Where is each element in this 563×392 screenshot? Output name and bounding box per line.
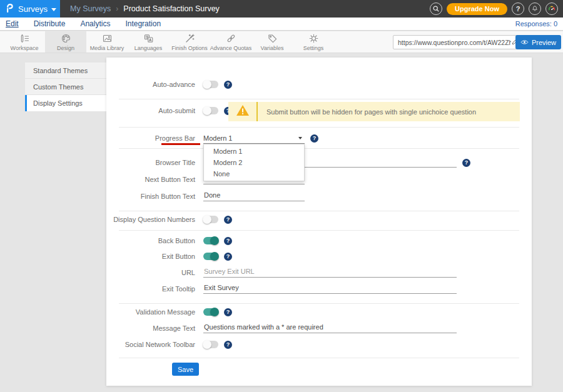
social-network-toolbar-help-icon[interactable]: ?: [224, 341, 232, 349]
finish-button-text-label: Finish Button Text: [106, 193, 195, 200]
tab-analytics[interactable]: Analytics: [80, 19, 110, 28]
exit-tooltip-row: Exit Tooltip: [106, 283, 532, 294]
validation-message-help-icon[interactable]: ?: [224, 308, 232, 316]
validation-message-row: Validation Message ?: [106, 306, 532, 318]
auto-advance-help-icon[interactable]: ?: [224, 81, 232, 89]
translate-icon: [143, 33, 154, 44]
tool-finish-options[interactable]: Finish Options: [169, 31, 210, 53]
notifications-button[interactable]: [529, 3, 541, 15]
palette-icon: [61, 33, 71, 44]
red-annotation-underline: [161, 143, 200, 145]
auto-advance-toggle[interactable]: [203, 81, 218, 88]
tool-advance-quotas[interactable]: Advance Quotas: [210, 31, 251, 53]
chevron-down-icon: [298, 137, 302, 139]
breadcrumb-separator-icon: ›: [116, 4, 118, 13]
search-icon: [432, 5, 440, 13]
preview-button[interactable]: Preview: [515, 35, 561, 49]
progress-bar-select[interactable]: Modern 1: [203, 133, 305, 144]
chevron-down-icon: [51, 8, 56, 11]
tool-languages[interactable]: Languages: [128, 31, 169, 53]
exit-tooltip-label: Exit Tooltip: [106, 285, 195, 293]
exit-button-toggle[interactable]: [203, 253, 218, 260]
sidebar-item-custom-themes[interactable]: Custom Themes: [25, 79, 106, 95]
dropdown-option-modern-1[interactable]: Modern 1: [204, 146, 304, 157]
gauge-avatar-icon: [547, 4, 556, 13]
message-text-input[interactable]: [203, 323, 457, 333]
social-network-toolbar-row: Social Network Toolbar ?: [106, 339, 532, 350]
message-text-row: Message Text: [106, 323, 532, 334]
tab-distribute[interactable]: Distribute: [34, 19, 66, 28]
tab-edit[interactable]: Edit: [6, 19, 19, 28]
upgrade-now-button[interactable]: Upgrade Now: [447, 3, 507, 15]
tag-icon: [267, 33, 278, 44]
auto-submit-label: Auto-submit: [106, 107, 195, 114]
save-button[interactable]: Save: [172, 363, 199, 376]
back-button-help-icon[interactable]: ?: [224, 237, 232, 245]
bell-icon: [531, 5, 539, 13]
exit-button-help-icon[interactable]: ?: [224, 253, 232, 261]
social-network-toolbar-toggle[interactable]: [203, 341, 218, 348]
divider: [119, 230, 519, 231]
survey-url-input[interactable]: [398, 39, 511, 46]
auto-advance-row: Auto-advance ?: [106, 79, 532, 90]
exit-tooltip-input[interactable]: [203, 284, 457, 294]
exit-button-row: Exit Button ?: [106, 251, 532, 262]
tool-design[interactable]: Design: [45, 31, 86, 53]
divider: [119, 148, 519, 149]
breadcrumb-my-surveys[interactable]: My Surveys: [70, 4, 111, 13]
auto-advance-label: Auto-advance: [106, 81, 195, 88]
display-question-numbers-help-icon[interactable]: ?: [224, 216, 232, 224]
divider: [119, 127, 519, 128]
edit-toolbar: Workspace Design Media Library Languages…: [0, 31, 563, 53]
question-icon: ?: [516, 5, 520, 13]
auto-submit-warning-banner: Submit button will be hidden for pages w…: [228, 102, 520, 121]
breadcrumb-current-survey: Product Satisfaction Survey: [123, 4, 220, 13]
dropdown-option-none[interactable]: None: [204, 168, 304, 179]
validation-message-label: Validation Message: [106, 308, 195, 316]
chain-links-icon: [226, 33, 236, 44]
account-avatar[interactable]: [545, 3, 558, 15]
responses-count[interactable]: Responses: 0: [515, 20, 557, 28]
dropdown-option-modern-2[interactable]: Modern 2: [204, 157, 304, 168]
content-area: Standard Themes Custom Themes Display Se…: [0, 54, 563, 392]
auto-submit-toggle[interactable]: [203, 107, 218, 114]
sidebar-item-standard-themes[interactable]: Standard Themes: [25, 63, 106, 79]
help-button[interactable]: ?: [512, 3, 524, 15]
next-button-text-row: Next Button Text: [106, 174, 532, 185]
breadcrumb: My Surveys › Product Satisfaction Survey: [70, 4, 220, 13]
back-button-toggle[interactable]: [203, 237, 218, 244]
finish-button-text-input[interactable]: [203, 191, 305, 201]
tool-media-library[interactable]: Media Library: [86, 31, 128, 53]
tool-variables[interactable]: Variables: [251, 31, 293, 53]
search-button[interactable]: [430, 3, 442, 15]
browser-title-help-icon[interactable]: ?: [462, 159, 470, 167]
sidebar-item-display-settings[interactable]: Display Settings: [25, 95, 106, 111]
survey-url-box: [393, 35, 523, 49]
topbar-actions: Upgrade Now ?: [430, 3, 563, 15]
display-question-numbers-row: Display Question Numbers ?: [106, 214, 532, 225]
progress-bar-label: Progress Bar: [106, 134, 195, 142]
design-sidebar: Standard Themes Custom Themes Display Se…: [25, 63, 106, 111]
page: Surveys My Surveys › Product Satisfactio…: [0, 0, 563, 392]
app-menu[interactable]: Surveys: [0, 0, 60, 18]
questionpro-logo-icon: [5, 3, 14, 16]
tool-workspace[interactable]: Workspace: [4, 31, 45, 53]
tab-integration[interactable]: Integration: [125, 19, 161, 28]
warning-text: Submit button will be hidden for pages w…: [266, 108, 476, 116]
exit-url-label: URL: [106, 269, 195, 276]
message-text-label: Message Text: [106, 324, 195, 332]
eye-icon: [520, 39, 529, 45]
tool-settings[interactable]: Settings: [293, 31, 334, 53]
exit-url-input[interactable]: [203, 268, 457, 278]
progress-bar-dropdown: Modern 1 Modern 2 None: [203, 144, 305, 181]
progress-bar-help-icon[interactable]: ?: [310, 134, 318, 143]
divider: [119, 358, 519, 358]
display-question-numbers-label: Display Question Numbers: [106, 216, 195, 223]
warning-triangle-icon: [236, 104, 250, 119]
divider: [119, 99, 519, 99]
survey-nav: Edit Distribute Analytics Integration Re…: [0, 18, 563, 31]
display-question-numbers-toggle[interactable]: [203, 216, 218, 223]
social-network-toolbar-label: Social Network Toolbar: [106, 341, 195, 348]
back-button-row: Back Button ?: [106, 235, 532, 246]
validation-message-toggle[interactable]: [203, 308, 218, 316]
